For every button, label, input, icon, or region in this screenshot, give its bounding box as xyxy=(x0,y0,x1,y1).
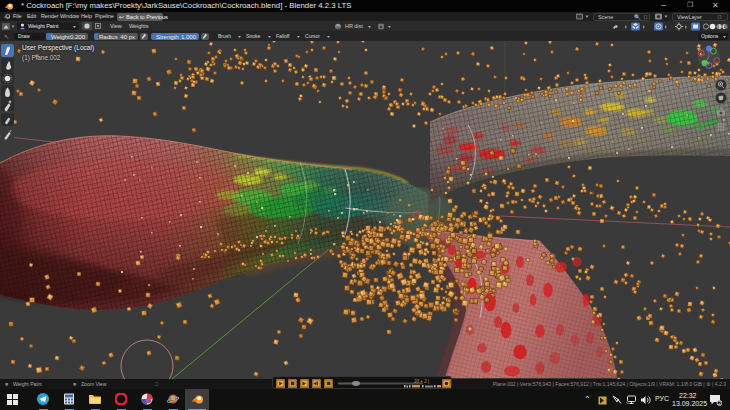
svg-text:2: 2 xyxy=(718,400,721,406)
svg-text:20 + 2 |: 20 + 2 | xyxy=(414,379,429,384)
